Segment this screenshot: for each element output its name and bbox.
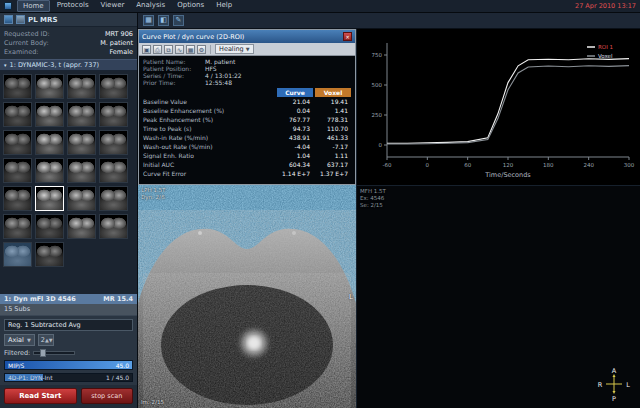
metric-row: Curve Fit Error1.14 E+71.37 E+7 (143, 169, 351, 178)
capture-icon[interactable]: ◧ (158, 15, 169, 26)
menu-item-analysis[interactable]: Analysis (131, 0, 170, 12)
series-thumbnail[interactable] (35, 186, 64, 211)
series-thumbnail[interactable] (3, 214, 32, 239)
metric-curve-value: 767.77 (277, 116, 313, 123)
thumbnail-image (4, 243, 31, 266)
series-thumbnail[interactable] (99, 158, 128, 183)
svg-text:0: 0 (379, 142, 383, 148)
metric-label: Curve Fit Error (143, 170, 277, 177)
print-icon[interactable]: ⎙ (153, 45, 162, 54)
svg-text:60: 60 (464, 162, 471, 168)
thumbnail-image (4, 103, 31, 126)
menu-item-options[interactable]: Options (172, 0, 209, 12)
series-thumbnail[interactable] (99, 74, 128, 99)
close-icon[interactable]: ✕ (343, 32, 352, 41)
settings-icon[interactable]: ⚙ (197, 45, 206, 54)
menu-item-help[interactable]: Help (211, 0, 237, 12)
series-thumbnail[interactable] (35, 158, 64, 183)
series-thumbnail[interactable] (67, 102, 96, 127)
series-thumbnail[interactable] (3, 74, 32, 99)
info-field: Patient Name:M. patient (143, 58, 351, 65)
window-titlebar[interactable]: Curve Plot / dyn curve (2D-ROI) ✕ (139, 30, 355, 43)
stop-scan-button[interactable]: stop scan (81, 388, 133, 404)
thumbnail-image (36, 75, 63, 98)
info-label: Prior Time: (143, 79, 205, 86)
info-value: HFS (205, 65, 217, 72)
series-thumbnail[interactable] (3, 242, 32, 267)
save-icon[interactable]: ▣ (142, 45, 151, 54)
series-group-header[interactable]: ▾ 1: DYNAMIC-3, t (appr. 737) (0, 59, 137, 71)
orientation-dropdown[interactable]: Axial ▼ (4, 334, 35, 346)
series-thumbnail[interactable] (67, 186, 96, 211)
image-overlay-topleft: LPH 1.5T Dyn: 2/6 (141, 187, 165, 201)
metric-voxel-value: 1.37 E+7 (315, 170, 351, 177)
metric-label: Baseline Value (143, 98, 277, 105)
slice-stepper[interactable]: 2 ▲▼ (38, 334, 54, 346)
mri-image-viewport[interactable]: LPH 1.5T Dyn: 2/6 Im: 2/15 L (138, 185, 356, 408)
svg-text:-60: -60 (383, 162, 392, 168)
series-thumbnail[interactable] (3, 186, 32, 211)
series-thumbnail[interactable] (35, 130, 64, 155)
read-start-button[interactable]: Read Start (4, 388, 77, 404)
thumbnail-image (36, 103, 63, 126)
field-label: Examined: (4, 48, 39, 57)
series-thumbnail[interactable] (35, 242, 64, 267)
curve-metrics-table: Curve Voxel Baseline Value21.0419.41Base… (143, 88, 351, 178)
app-logo-icon (4, 2, 12, 10)
grid-icon[interactable]: ▦ (186, 45, 195, 54)
folder-icon[interactable] (16, 15, 25, 24)
series-thumbnail[interactable] (67, 214, 96, 239)
series-thumbnail[interactable] (67, 74, 96, 99)
thumbnail-image (4, 215, 31, 238)
series-thumbnail[interactable] (67, 130, 96, 155)
chart-icon[interactable]: ∿ (175, 45, 184, 54)
mode-label: Healing (219, 45, 244, 53)
curve-window-toolbar: ▣⎙⧉∿▦⚙Healing▼ (139, 43, 355, 56)
metric-curve-value: 21.04 (277, 98, 313, 105)
metric-voxel-value: 19.41 (315, 98, 351, 105)
mip-progress-bar: MIP/S 45.0 (4, 360, 133, 370)
metric-label: Signal Enh. Ratio (143, 152, 277, 159)
series-thumbnail[interactable] (35, 214, 64, 239)
series-thumbnail[interactable] (99, 214, 128, 239)
svg-text:ROI 1: ROI 1 (598, 44, 613, 50)
metric-voxel-value: 110.70 (315, 125, 351, 132)
menu-items: HomeProtocolsViewerAnalysisOptionsHelp (17, 0, 237, 12)
menu-item-viewer[interactable]: Viewer (96, 0, 130, 12)
image-overlay-bottomleft: Im: 2/15 (141, 399, 164, 406)
app-window: HomeProtocolsViewerAnalysisOptionsHelp 2… (0, 0, 640, 408)
patient-list-icon[interactable] (4, 15, 13, 24)
filter-slider[interactable] (33, 351, 75, 355)
secondary-viewport[interactable]: MFH 1.5T Ex: 4546 Se: 2/15 A P R L (356, 185, 640, 408)
series-subs-count: 15 Subs (4, 305, 30, 313)
metric-curve-value: 604.34 (277, 161, 313, 168)
thumbnail-image (4, 187, 31, 210)
series-thumbnail[interactable] (35, 74, 64, 99)
svg-text:750: 750 (372, 52, 383, 58)
series-thumbnail[interactable] (67, 158, 96, 183)
copy-icon[interactable]: ⧉ (164, 45, 173, 54)
mode-dropdown[interactable]: Healing▼ (215, 44, 254, 54)
series-thumbnail[interactable] (3, 158, 32, 183)
toolbar-separator (210, 45, 211, 54)
region-field[interactable]: Reg. 1 Subtracted Avg (4, 319, 133, 331)
series-thumbnail[interactable] (35, 102, 64, 127)
pencil-icon[interactable]: ✎ (173, 15, 184, 26)
svg-text:300: 300 (624, 162, 635, 168)
compass-anterior: A (612, 367, 617, 375)
menu-item-protocols[interactable]: Protocols (52, 0, 94, 12)
slider-thumb[interactable] (40, 349, 46, 357)
svg-text:Time/Seconds: Time/Seconds (484, 171, 531, 179)
layout-icon[interactable]: ▦ (143, 15, 154, 26)
viewport-overlay-topleft: MFH 1.5T Ex: 4546 Se: 2/15 (360, 188, 386, 209)
series-thumbnail[interactable] (3, 102, 32, 127)
curve-window-body: Patient Name:M. patientPatient Position:… (139, 56, 355, 184)
chevron-down-icon: ▼ (246, 46, 250, 52)
menu-item-home[interactable]: Home (17, 0, 50, 12)
compass-left: L (626, 381, 630, 389)
series-thumbnail[interactable] (99, 102, 128, 127)
enhancement-chart: 0250500750-60060120180240300Time/Seconds… (357, 29, 639, 183)
series-thumbnail[interactable] (99, 186, 128, 211)
series-thumbnail[interactable] (3, 130, 32, 155)
series-thumbnail[interactable] (99, 130, 128, 155)
